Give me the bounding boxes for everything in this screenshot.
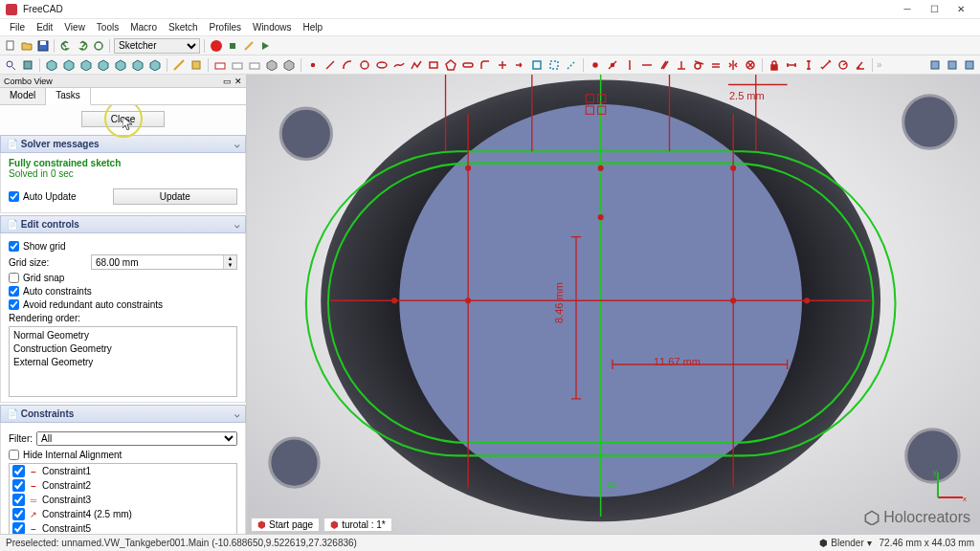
constrain-point-on-icon[interactable] — [605, 57, 620, 73]
titlebar: FreeCAD ─ ☐ ✕ — [0, 0, 980, 19]
sketch-circle-icon[interactable] — [357, 57, 372, 73]
menu-profiles[interactable]: Profiles — [204, 22, 247, 33]
combo-view-header: Combo View ▭ ✕ — [0, 75, 246, 88]
sketch-point-icon[interactable] — [305, 57, 321, 73]
constrain-block-icon[interactable] — [743, 57, 758, 73]
constrain-perpendicular-icon[interactable] — [674, 57, 689, 73]
open-icon[interactable] — [19, 38, 33, 53]
hide-internal-checkbox[interactable] — [9, 450, 19, 460]
sketch-ellipse-icon[interactable] — [374, 57, 390, 73]
document-tabs: ⬢Start page ⬢turotal : 1* — [251, 518, 392, 532]
menu-tools[interactable]: Tools — [91, 22, 124, 33]
refresh-icon[interactable] — [91, 38, 105, 53]
sketch-line-icon[interactable] — [323, 57, 338, 73]
stop-icon[interactable] — [225, 38, 239, 53]
left-view-icon[interactable] — [147, 57, 163, 73]
constrain-symmetric-icon[interactable] — [725, 57, 741, 73]
right-view-icon[interactable] — [96, 57, 111, 73]
tab-start-page[interactable]: ⬢Start page — [251, 518, 320, 532]
constrain-radius-icon[interactable] — [835, 57, 851, 73]
sketch-arc-icon[interactable] — [340, 57, 355, 73]
front-view-icon[interactable] — [61, 57, 77, 73]
view-sketch-icon[interactable] — [264, 57, 279, 73]
sketch-slot-icon[interactable] — [460, 57, 476, 73]
window-close-button[interactable]: ✕ — [947, 1, 974, 18]
minimize-button[interactable]: ─ — [894, 1, 921, 18]
show-grid-checkbox[interactable] — [9, 241, 19, 252]
record-icon[interactable] — [209, 38, 223, 53]
constrain-coincident-icon[interactable] — [588, 57, 603, 73]
menu-sketch[interactable]: Sketch — [163, 22, 204, 33]
constraint-list[interactable]: ‒Constraint1 ‒Constraint2 ═Constraint3 ↗… — [9, 463, 237, 534]
map-sketch-icon[interactable] — [281, 57, 297, 73]
svg-point-12 — [361, 61, 368, 69]
mirror-icon[interactable] — [945, 57, 960, 73]
constrain-lock-icon[interactable] — [767, 57, 782, 73]
update-button[interactable]: Update — [113, 188, 237, 205]
constrain-parallel-icon[interactable] — [657, 57, 672, 73]
constraint-filter-select[interactable]: All — [36, 431, 237, 446]
new-icon[interactable] — [3, 38, 17, 53]
workbench-selector[interactable]: Sketcher — [114, 38, 200, 54]
save-icon[interactable] — [35, 38, 50, 53]
rendering-order-list[interactable]: Normal Geometry Construction Geometry Ex… — [9, 326, 237, 397]
macro-icon[interactable] — [241, 38, 256, 53]
list-item: ‒Constraint5 — [10, 521, 236, 534]
menu-windows[interactable]: Windows — [247, 22, 298, 33]
draw-style-icon[interactable] — [20, 57, 35, 73]
sketch-polyline-icon[interactable] — [409, 57, 424, 73]
part-icon[interactable] — [189, 57, 204, 73]
menu-edit[interactable]: Edit — [31, 22, 58, 33]
menu-help[interactable]: Help — [298, 22, 329, 33]
leave-sketch-icon[interactable] — [247, 57, 262, 73]
avoid-redundant-checkbox[interactable] — [9, 299, 19, 310]
constrain-angle-icon[interactable] — [853, 57, 868, 73]
tab-model[interactable]: Model — [0, 88, 46, 104]
top-view-icon[interactable] — [78, 57, 94, 73]
constraints-header[interactable]: 📄 Constraints⌵ — [0, 405, 246, 423]
sketch-fillet-icon[interactable] — [478, 57, 493, 73]
maximize-button[interactable]: ☐ — [921, 1, 947, 18]
menu-view[interactable]: View — [58, 22, 91, 33]
constrain-hdist-icon[interactable] — [784, 57, 799, 73]
edit-controls-header[interactable]: 📄 Edit controls⌵ — [0, 215, 246, 233]
new-sketch-icon[interactable] — [212, 57, 228, 73]
grid-size-spinner[interactable]: ▲▼ — [91, 254, 237, 270]
menu-macro[interactable]: Macro — [124, 22, 163, 33]
sketch-extend-icon[interactable] — [512, 57, 527, 73]
constrain-dist-icon[interactable] — [818, 57, 834, 73]
menu-file[interactable]: File — [4, 22, 31, 33]
redo-icon[interactable] — [75, 38, 89, 53]
sketch-construction-icon[interactable] — [564, 57, 579, 73]
constrain-horizontal-icon[interactable] — [639, 57, 655, 73]
3d-viewport[interactable]: 25 2.5 mm 11.67 mm 8.46 mm ⬢Start page ⬢… — [247, 75, 980, 534]
constrain-vdist-icon[interactable] — [801, 57, 816, 73]
sketch-rectangle-icon[interactable] — [426, 57, 441, 73]
measure-icon[interactable] — [171, 57, 187, 73]
sketch-polygon-icon[interactable] — [443, 57, 458, 73]
constrain-tangent-icon[interactable] — [691, 57, 706, 73]
iso-view-icon[interactable] — [44, 57, 59, 73]
tab-tasks[interactable]: Tasks — [46, 88, 91, 105]
auto-constraints-checkbox[interactable] — [9, 286, 19, 297]
undo-icon[interactable] — [58, 38, 73, 53]
validate-icon[interactable] — [927, 57, 943, 73]
rear-view-icon[interactable] — [113, 57, 128, 73]
fit-all-icon[interactable] — [3, 57, 18, 73]
play-icon[interactable] — [257, 38, 272, 53]
constrain-vertical-icon[interactable] — [622, 57, 637, 73]
sketch-carbon-icon[interactable] — [546, 57, 562, 73]
auto-update-checkbox[interactable] — [9, 191, 19, 202]
panel-menu-icon[interactable]: ▭ ✕ — [223, 77, 242, 86]
sketch-trim-icon[interactable] — [495, 57, 510, 73]
svg-point-18 — [593, 63, 597, 67]
bottom-view-icon[interactable] — [130, 57, 145, 73]
tab-document[interactable]: ⬢turotal : 1* — [323, 518, 392, 532]
grid-snap-checkbox[interactable] — [9, 273, 19, 283]
constrain-equal-icon[interactable] — [708, 57, 724, 73]
edit-sketch-icon[interactable] — [230, 57, 245, 73]
sketch-external-icon[interactable] — [529, 57, 545, 73]
sketch-bspline-icon[interactable] — [391, 57, 407, 73]
merge-icon[interactable] — [962, 57, 977, 73]
nav-style-indicator[interactable]: ⬢ Blender ▾ — [819, 538, 871, 548]
